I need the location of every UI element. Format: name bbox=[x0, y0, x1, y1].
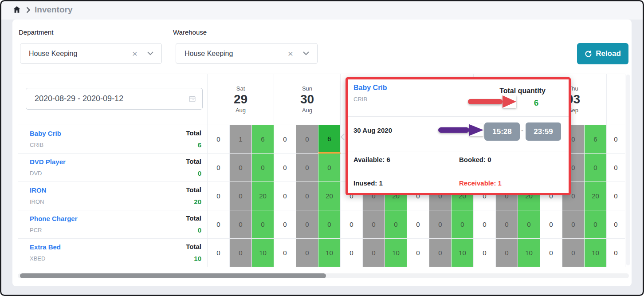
inventory-cell[interactable]: 0 bbox=[252, 210, 274, 239]
inventory-cell[interactable]: 0 bbox=[585, 154, 607, 182]
department-clear-icon[interactable]: × bbox=[132, 49, 137, 58]
popup-time-from-badge[interactable]: 15:28 bbox=[484, 122, 520, 141]
inventory-cell[interactable]: 0 bbox=[296, 125, 318, 154]
item-code: DVD bbox=[30, 170, 42, 177]
day-cells: 0 bbox=[607, 239, 625, 267]
inventory-cell[interactable]: 10 bbox=[452, 239, 474, 267]
inventory-cell[interactable]: 6 bbox=[252, 125, 274, 154]
inventory-cell[interactable]: 0 bbox=[296, 182, 318, 210]
inventory-cell[interactable]: 0 bbox=[607, 154, 625, 182]
inventory-cell[interactable]: 0 bbox=[496, 210, 518, 239]
warehouse-clear-icon[interactable]: × bbox=[288, 49, 293, 58]
day-cells: 0 bbox=[607, 182, 625, 210]
inventory-cell[interactable]: 0 bbox=[341, 210, 363, 239]
item-code: CRIB bbox=[30, 142, 43, 148]
inventory-cell[interactable]: 0 bbox=[474, 210, 496, 239]
total-label: Total bbox=[186, 129, 201, 137]
department-chevron-down-icon[interactable] bbox=[147, 51, 153, 55]
inventory-cell[interactable]: 0 bbox=[407, 239, 429, 267]
date-range-value: 2020-08-29 - 2020-09-12 bbox=[35, 94, 188, 103]
inventory-cell[interactable]: 0 bbox=[230, 210, 252, 239]
day-cells: 0 bbox=[607, 154, 625, 182]
popup-time-to-badge[interactable]: 23:59 bbox=[526, 122, 561, 141]
day-cells: 000 bbox=[474, 210, 540, 239]
inventory-cell[interactable]: 0 bbox=[474, 239, 496, 267]
warehouse-select[interactable]: House Keeping × bbox=[176, 43, 318, 64]
inventory-cell[interactable]: 0 bbox=[230, 182, 252, 210]
total-value: 0 bbox=[198, 226, 201, 234]
inventory-cell[interactable]: 0 bbox=[585, 210, 607, 239]
vertical-scrollbar[interactable] bbox=[626, 75, 630, 265]
inventory-cell[interactable]: 0 bbox=[274, 125, 296, 154]
inventory-cell[interactable]: 0 bbox=[230, 239, 252, 267]
inventory-cell[interactable]: 0 bbox=[296, 210, 318, 239]
inventory-cell[interactable]: 10 bbox=[518, 239, 540, 267]
inventory-cell[interactable]: 20 bbox=[252, 182, 274, 210]
day-cells: 000 bbox=[274, 154, 341, 182]
inventory-cell[interactable]: 0 bbox=[607, 210, 625, 239]
inventory-cell[interactable]: 0 bbox=[385, 210, 407, 239]
inventory-cell[interactable]: 0 bbox=[296, 154, 318, 182]
item-link[interactable]: Phone Charger bbox=[30, 215, 78, 222]
inventory-cell[interactable]: 0 bbox=[540, 210, 562, 239]
inventory-cell[interactable]: 0 bbox=[540, 239, 562, 267]
department-select[interactable]: House Keeping × bbox=[20, 43, 162, 64]
calendar-icon[interactable] bbox=[188, 95, 196, 103]
inventory-cell[interactable]: 0 bbox=[452, 210, 474, 239]
inventory-cell[interactable]: 0 bbox=[607, 182, 625, 210]
inventory-cell[interactable]: 0 bbox=[518, 210, 540, 239]
inventory-cell[interactable]: 0 bbox=[607, 125, 625, 154]
day-cells: 000 bbox=[208, 154, 274, 182]
inventory-cell[interactable]: 0 bbox=[318, 210, 341, 239]
inventory-cell[interactable]: 10 bbox=[585, 239, 607, 267]
item-link[interactable]: Extra Bed bbox=[30, 243, 61, 251]
inventory-cell[interactable]: 0 bbox=[296, 239, 318, 267]
inventory-cell[interactable]: 0 bbox=[252, 154, 274, 182]
popup-item-link[interactable]: Baby Crib bbox=[353, 84, 387, 92]
warehouse-value: House Keeping bbox=[185, 50, 288, 58]
inventory-cell[interactable]: 20 bbox=[318, 182, 341, 210]
inventory-cell[interactable]: 10 bbox=[252, 239, 274, 267]
inventory-cell[interactable]: 0 bbox=[496, 239, 518, 267]
inventory-cell[interactable]: 0 bbox=[208, 210, 230, 239]
inventory-cell[interactable]: 10 bbox=[385, 239, 407, 267]
item-cell: IRONIRONTotal20 bbox=[18, 182, 208, 210]
horizontal-scrollbar-track[interactable] bbox=[18, 273, 629, 278]
inventory-cell[interactable]: 0 bbox=[274, 182, 296, 210]
inventory-cell[interactable]: 1 bbox=[230, 125, 252, 154]
inventory-cell[interactable]: 0 bbox=[208, 125, 230, 154]
item-link[interactable]: Baby Crib bbox=[30, 130, 61, 137]
inventory-cell[interactable]: 0 bbox=[274, 154, 296, 182]
inventory-cell[interactable]: 0 bbox=[208, 182, 230, 210]
inventory-cell[interactable]: 0 bbox=[208, 154, 230, 182]
warehouse-chevron-down-icon[interactable] bbox=[303, 51, 309, 55]
date-range-picker[interactable]: 2020-08-29 - 2020-09-12 bbox=[26, 88, 203, 110]
popup-booked: Booked: 0 bbox=[459, 156, 491, 163]
inventory-cell[interactable]: 10 bbox=[318, 239, 341, 267]
item-link[interactable]: IRON bbox=[30, 186, 47, 194]
inventory-cell[interactable]: 6 bbox=[318, 125, 341, 154]
reload-button[interactable]: Reload bbox=[577, 43, 628, 64]
inventory-cell[interactable]: 20 bbox=[585, 182, 607, 210]
home-icon[interactable] bbox=[12, 5, 21, 16]
day-cells: 0010 bbox=[474, 239, 540, 267]
inventory-cell[interactable]: 0 bbox=[341, 239, 363, 267]
inventory-cell[interactable]: 0 bbox=[274, 239, 296, 267]
horizontal-scrollbar-thumb[interactable] bbox=[20, 273, 326, 278]
inventory-cell[interactable]: 0 bbox=[318, 154, 341, 182]
inventory-cell[interactable]: 0 bbox=[607, 239, 625, 267]
inventory-cell[interactable]: 0 bbox=[230, 154, 252, 182]
inventory-cell[interactable]: 0 bbox=[274, 210, 296, 239]
inventory-cell[interactable]: 0 bbox=[429, 239, 452, 267]
inventory-cell[interactable]: 0 bbox=[407, 210, 429, 239]
inventory-cell[interactable]: 0 bbox=[562, 239, 585, 267]
inventory-cell[interactable]: 6 bbox=[585, 125, 607, 154]
inventory-cell[interactable]: 0 bbox=[208, 239, 230, 267]
inventory-cell[interactable]: 0 bbox=[363, 210, 385, 239]
inventory-cell[interactable]: 0 bbox=[429, 210, 452, 239]
item-link[interactable]: DVD Player bbox=[30, 158, 66, 166]
inventory-cell[interactable]: 0 bbox=[363, 239, 385, 267]
day-of-week: Sun bbox=[302, 85, 312, 92]
reload-label: Reload bbox=[596, 49, 621, 58]
inventory-cell[interactable]: 0 bbox=[562, 210, 585, 239]
